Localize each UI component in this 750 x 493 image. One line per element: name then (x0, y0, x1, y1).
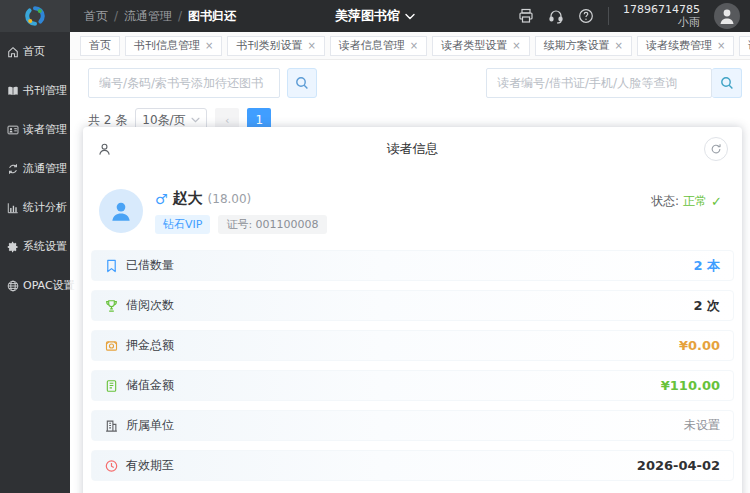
passbook-icon (105, 379, 118, 393)
sidebar-item-label: 统计分析 (23, 200, 67, 215)
tab-label: 续期方案设置 (544, 38, 610, 53)
tab-label: 书刊信息管理 (134, 38, 200, 53)
gear-icon (7, 241, 19, 253)
sidebar-item-books[interactable]: 书刊管理 (0, 71, 70, 110)
pagination-total: 共 2 条 (88, 112, 127, 129)
close-icon[interactable]: × (717, 40, 725, 51)
tab-home[interactable]: 首页 (80, 36, 120, 56)
close-icon[interactable]: × (410, 40, 418, 51)
sidebar-item-label: 流通管理 (23, 161, 67, 176)
row-value: 2 次 (693, 297, 720, 315)
help-icon[interactable] (578, 8, 594, 24)
close-icon[interactable]: × (512, 40, 520, 51)
row-value: 未设置 (684, 417, 720, 434)
topbar-actions: 17896714785 小雨 (518, 3, 750, 29)
id-card-icon (7, 124, 19, 136)
sidebar-item-opac[interactable]: OPAC设置 (0, 266, 70, 305)
clock-icon (105, 459, 118, 473)
row-label: 借阅次数 (126, 297, 174, 314)
tab-renewal-plan[interactable]: 续期方案设置× (535, 36, 632, 56)
home-icon (7, 46, 19, 58)
breadcrumb-home[interactable]: 首页 (84, 8, 108, 25)
coin-icon (105, 339, 118, 353)
printer-icon[interactable] (518, 8, 534, 24)
reader-avatar (99, 189, 143, 233)
breadcrumb-current: 图书归还 (188, 8, 236, 25)
breadcrumb-circulation[interactable]: 流通管理 (124, 8, 172, 25)
person-outline-icon (97, 142, 112, 157)
tab-reader-info[interactable]: 读者信息管理× (330, 36, 427, 56)
breadcrumb-separator: / (114, 9, 118, 23)
building-icon (105, 419, 118, 433)
sidebar-item-label: 首页 (23, 44, 45, 59)
page-size-value: 10条/页 (142, 112, 185, 129)
reader-age: (18.00) (208, 192, 252, 206)
customer-service-icon[interactable] (548, 8, 564, 24)
refresh-button[interactable] (704, 137, 728, 161)
chevron-down-icon (191, 117, 200, 123)
row-label: 押金总额 (126, 337, 174, 354)
row-label: 储值金额 (126, 377, 174, 394)
reader-info-panel: 读者信息 ♂ 赵大 (18.00) 钻石VIP 证号: 001100008 状态… (83, 127, 742, 493)
reader-detail-rows: 已借数量 2 本 借阅次数 2 次 押金总额 ¥0.00 储值金额 ¥110.0… (83, 244, 742, 493)
search-row (70, 68, 750, 98)
row-value: ¥110.00 (661, 378, 720, 393)
sidebar-item-label: OPAC设置 (23, 278, 75, 293)
row-borrowed-count: 已借数量 2 本 (91, 250, 734, 281)
close-icon[interactable]: × (307, 40, 315, 51)
tab-book-info[interactable]: 书刊信息管理× (125, 36, 222, 56)
user-phone: 17896714785 (623, 3, 700, 16)
reader-query-input[interactable] (486, 68, 712, 98)
user-avatar[interactable] (714, 3, 740, 29)
reader-summary: ♂ 赵大 (18.00) 钻石VIP 证号: 001100008 状态: 正常 … (83, 171, 742, 244)
sidebar-item-home[interactable]: 首页 (0, 32, 70, 71)
reader-identity: ♂ 赵大 (18.00) 钻石VIP 证号: 001100008 (155, 189, 327, 234)
tab-book-category[interactable]: 书刊类别设置× (227, 36, 324, 56)
tab-reader-renewal[interactable]: 读者续费管理× (637, 36, 734, 56)
sidebar-item-circulation[interactable]: 流通管理 (0, 149, 70, 188)
sidebar-item-label: 系统设置 (23, 239, 67, 254)
tab-label: 读者信息管理 (339, 38, 405, 53)
status-badge: 状态: 正常 ✓ (651, 193, 722, 210)
sidebar: 首页 书刊管理 读者管理 流通管理 统计分析 系统设置 OPAC设置 (0, 32, 70, 493)
row-value: ¥0.00 (679, 338, 720, 353)
logo-swirl-icon (24, 5, 46, 27)
user-name: 小雨 (678, 16, 700, 29)
tab-label: 读者类型设置 (441, 38, 507, 53)
tab-label: 书刊类别设置 (236, 38, 302, 53)
app-logo[interactable] (0, 0, 70, 32)
sidebar-item-statistics[interactable]: 统计分析 (0, 188, 70, 227)
tab-reader-type[interactable]: 读者类型设置× (432, 36, 529, 56)
library-title-dropdown[interactable]: 美萍图书馆 (335, 7, 415, 25)
vip-badge: 钻石VIP (155, 215, 210, 234)
tab-label: 读者续费管理 (646, 38, 712, 53)
tab-reader-borrow[interactable]: 读者借书× (739, 36, 750, 56)
user-info: 17896714785 小雨 (623, 3, 700, 29)
row-label: 有效期至 (126, 457, 174, 474)
status-value: 正常 (683, 193, 707, 210)
close-icon[interactable]: × (205, 40, 213, 51)
row-label: 所属单位 (126, 417, 174, 434)
row-label: 已借数量 (126, 257, 174, 274)
book-barcode-input[interactable] (88, 68, 280, 98)
reader-search-group (486, 68, 742, 98)
bookmark-icon (105, 259, 118, 273)
check-icon: ✓ (711, 194, 722, 209)
sidebar-item-readers[interactable]: 读者管理 (0, 110, 70, 149)
breadcrumb: 首页 / 流通管理 / 图书归还 (84, 8, 236, 25)
circulation-arrows-icon (7, 163, 19, 175)
reader-name: 赵大 (173, 189, 203, 208)
card-number-badge: 证号: 001100008 (218, 215, 326, 234)
search-icon (295, 76, 309, 90)
male-icon: ♂ (155, 191, 168, 207)
sidebar-item-settings[interactable]: 系统设置 (0, 227, 70, 266)
book-search-button[interactable] (287, 68, 317, 98)
search-icon (720, 76, 734, 90)
panel-title: 读者信息 (387, 140, 439, 158)
close-icon[interactable]: × (615, 40, 623, 51)
book-icon (7, 85, 19, 97)
row-borrow-times: 借阅次数 2 次 (91, 290, 734, 321)
reader-search-button[interactable] (712, 68, 742, 98)
row-organization: 所属单位 未设置 (91, 410, 734, 441)
breadcrumb-separator: / (178, 9, 182, 23)
